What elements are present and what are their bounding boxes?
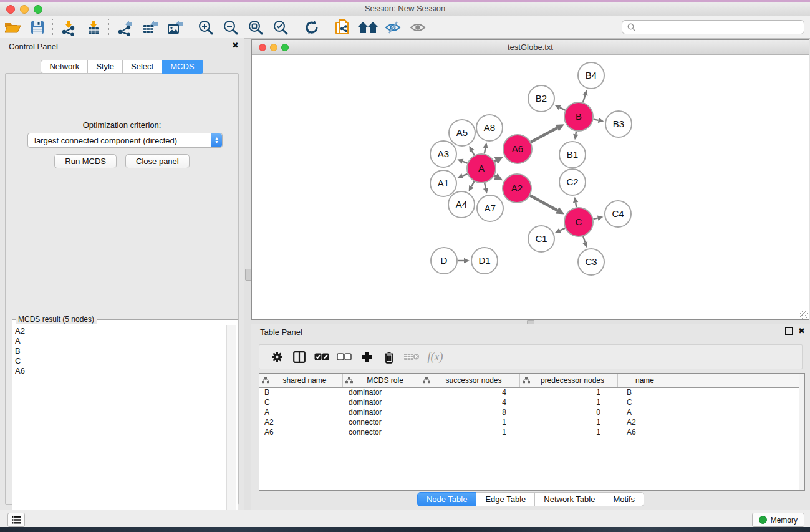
zoom-in-button[interactable]	[193, 18, 218, 37]
graph-node-A2[interactable]: A2	[503, 174, 531, 203]
tab-style[interactable]: Style	[88, 60, 123, 74]
table-cell[interactable]: 1	[420, 428, 520, 438]
graph-edge-B-B4[interactable]	[582, 90, 587, 102]
graph-node-C1[interactable]: C1	[528, 226, 554, 252]
mcds-result-list[interactable]: A2ABCA6	[15, 326, 225, 532]
add-column-button[interactable]	[355, 347, 378, 366]
graph-edge-A-A4[interactable]	[469, 181, 475, 191]
zoom-selected-button[interactable]	[268, 18, 293, 37]
float-table-panel-icon[interactable]	[785, 327, 793, 335]
close-table-panel-icon[interactable]: ✖	[798, 328, 805, 334]
table-cell[interactable]: dominator	[343, 408, 420, 418]
table-row[interactable]: Cdominator41C	[259, 398, 804, 408]
search-input[interactable]	[639, 22, 804, 32]
column-header-shared-name[interactable]: shared name	[259, 374, 343, 387]
apply-layout-button[interactable]	[299, 18, 324, 37]
graph-node-A6[interactable]: A6	[503, 135, 532, 163]
export-image-button[interactable]	[162, 18, 187, 37]
table-cell[interactable]: connector	[343, 418, 420, 428]
table-row[interactable]: A2connector11A2	[259, 418, 804, 428]
table-cell[interactable]: 8	[420, 408, 520, 418]
deselect-all-button[interactable]	[333, 347, 355, 366]
float-panel-icon[interactable]	[219, 42, 226, 49]
run-mcds-button[interactable]: Run MCDS	[54, 154, 117, 168]
open-session-button[interactable]	[0, 18, 25, 37]
table-cell[interactable]: C	[618, 398, 672, 408]
table-header-row[interactable]: shared nameMCDS rolesuccessor nodesprede…	[259, 374, 804, 388]
graph-edge-D-D1[interactable]	[458, 258, 470, 263]
node-table[interactable]: shared nameMCDS rolesuccessor nodesprede…	[259, 373, 805, 491]
show-all-button[interactable]	[405, 18, 430, 37]
tab-mcds[interactable]: MCDS	[162, 60, 203, 74]
reset-views-button[interactable]	[355, 18, 380, 37]
graph-node-A1[interactable]: A1	[430, 170, 456, 196]
table-cell[interactable]: 1	[520, 388, 618, 398]
tab-network[interactable]: Network	[41, 60, 88, 74]
mcds-result-item[interactable]: C	[15, 356, 225, 366]
tab-network-table[interactable]: Network Table	[535, 492, 604, 506]
graph-node-B1[interactable]: B1	[559, 142, 586, 168]
network-graph[interactable]: B4B2BB3A5A8A6B1A3AA1C2A2A4A7C4CC1C3DD1	[252, 55, 809, 319]
column-header-successor-nodes[interactable]: successor nodes	[420, 374, 520, 387]
select-all-button[interactable]	[311, 347, 333, 366]
graph-node-A3[interactable]: A3	[430, 141, 456, 167]
close-panel-button[interactable]: Close panel	[125, 154, 190, 168]
table-cell[interactable]: dominator	[343, 388, 420, 398]
task-history-button[interactable]	[7, 513, 25, 527]
table-cell[interactable]: A2	[259, 418, 343, 428]
graph-edge-A-A3[interactable]	[457, 159, 467, 164]
graph-node-B2[interactable]: B2	[528, 85, 554, 112]
table-cell[interactable]: connector	[343, 428, 420, 438]
window-resize-grip[interactable]	[800, 311, 808, 319]
tab-motifs[interactable]: Motifs	[604, 492, 644, 506]
import-table-button[interactable]	[81, 18, 106, 37]
delete-table-button[interactable]	[400, 347, 423, 366]
import-network-button[interactable]	[56, 18, 81, 37]
save-session-button[interactable]	[25, 18, 50, 37]
memory-button[interactable]: Memory	[752, 513, 804, 527]
graph-node-C4[interactable]: C4	[605, 201, 631, 227]
graph-edge-A-A7[interactable]	[483, 183, 488, 193]
graph-node-A4[interactable]: A4	[448, 191, 475, 218]
table-cell[interactable]: 0	[520, 408, 618, 418]
graph-node-A7[interactable]: A7	[477, 195, 503, 221]
graph-edge-A6-B[interactable]	[531, 124, 564, 142]
hide-selected-button[interactable]	[380, 18, 405, 37]
table-cell[interactable]: dominator	[343, 398, 420, 408]
mcds-result-item[interactable]: B	[15, 346, 225, 356]
graph-node-C3[interactable]: C3	[578, 249, 604, 275]
graph-node-B3[interactable]: B3	[605, 111, 632, 137]
column-header-predecessor-nodes[interactable]: predecessor nodes	[520, 374, 618, 387]
tab-node-table[interactable]: Node Table	[417, 492, 477, 506]
graph-edge-C-C2[interactable]	[573, 197, 578, 208]
delete-column-button[interactable]	[378, 347, 400, 366]
split-panel-button[interactable]	[288, 347, 311, 366]
graph-edge-A-A8[interactable]	[483, 143, 488, 154]
table-body[interactable]: Bdominator41BCdominator41CAdominator80AA…	[259, 388, 804, 438]
table-cell[interactable]: B	[618, 388, 672, 398]
tab-select[interactable]: Select	[123, 60, 162, 74]
graph-edge-B-B1[interactable]	[573, 132, 578, 140]
graph-edge-A-A5[interactable]	[469, 146, 474, 155]
table-row[interactable]: A6connector11A6	[259, 428, 804, 438]
table-cell[interactable]: A	[259, 408, 343, 418]
graph-node-D[interactable]: D	[431, 248, 457, 274]
graph-node-D1[interactable]: D1	[471, 248, 498, 274]
mcds-result-item[interactable]: A	[15, 336, 225, 346]
graph-node-C[interactable]: C	[564, 208, 593, 236]
export-table-button[interactable]	[137, 18, 162, 37]
table-cell[interactable]: A2	[618, 418, 672, 428]
mcds-result-item[interactable]: A6	[15, 366, 225, 376]
optimization-criterion-select[interactable]: largest connected component (directed) ▲…	[27, 133, 223, 148]
table-cell[interactable]: A	[618, 408, 672, 418]
table-row[interactable]: Adominator80A	[259, 408, 804, 418]
graph-edge-A2-C[interactable]	[530, 195, 564, 214]
table-cell[interactable]: 1	[520, 428, 618, 438]
graph-node-A8[interactable]: A8	[476, 115, 503, 141]
clone-network-button[interactable]	[330, 18, 355, 37]
graph-node-B4[interactable]: B4	[578, 62, 604, 89]
graph-node-A5[interactable]: A5	[449, 120, 475, 146]
table-cell[interactable]: A6	[618, 428, 672, 438]
column-header-MCDS-role[interactable]: MCDS role	[343, 374, 420, 387]
graph-edge-C-C1[interactable]	[555, 228, 565, 233]
